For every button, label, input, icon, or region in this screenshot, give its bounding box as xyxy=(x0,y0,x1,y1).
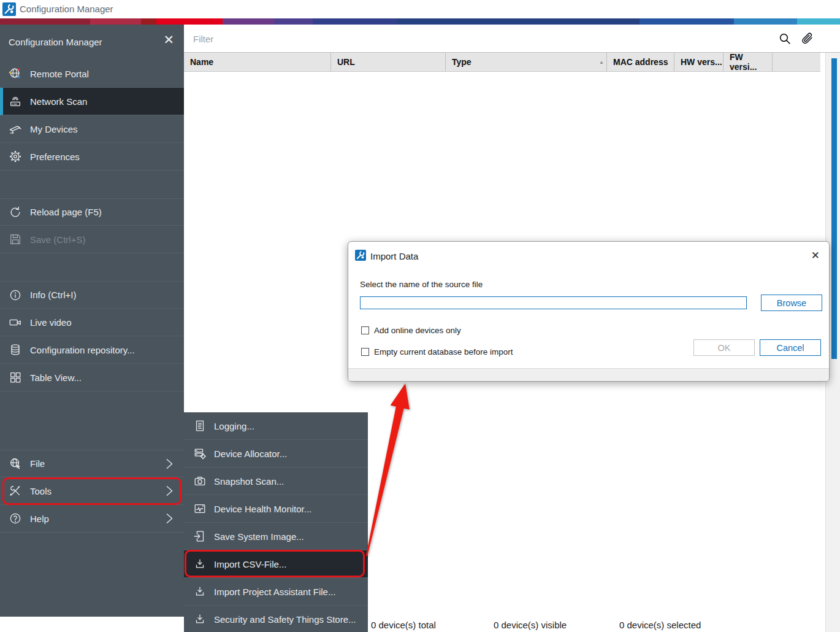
source-file-input[interactable] xyxy=(360,296,747,309)
sidebar-item-label: Info (Ctrl+I) xyxy=(30,290,76,300)
server-gear-icon xyxy=(193,447,207,460)
cancel-button[interactable]: Cancel xyxy=(760,339,821,356)
column-header-name[interactable]: Name xyxy=(184,53,331,71)
menu-item-device-allocator[interactable]: Device Allocator... xyxy=(184,440,368,468)
database-icon xyxy=(9,343,22,356)
tools-context-menu: Logging... Device Allocator... Snapshot … xyxy=(184,412,368,632)
column-header-hw-version[interactable]: HW vers... xyxy=(674,53,724,71)
sidebar-item-file[interactable]: File xyxy=(0,450,184,477)
sidebar-item-help[interactable]: Help xyxy=(0,505,184,533)
browse-button[interactable]: Browse xyxy=(761,295,822,311)
empty-database-checkbox[interactable] xyxy=(361,348,369,356)
checkbox-label: Empty current database before import xyxy=(374,347,513,356)
window-title-bar: Configuration Manager xyxy=(0,0,840,18)
sort-ascending-icon: ▲ xyxy=(599,60,604,65)
table-header-row: Name URL Type ▲ MAC address HW vers... F… xyxy=(184,53,820,72)
gear-icon xyxy=(9,150,22,163)
menu-item-security-safety-things-store[interactable]: Security and Safety Things Store... xyxy=(184,606,368,632)
import-download-icon xyxy=(193,612,207,626)
brand-gradient-stripe xyxy=(0,18,840,25)
status-visible: 0 device(s) visible xyxy=(494,620,567,630)
sidebar-item-live-video[interactable]: Live video xyxy=(0,309,184,336)
tools-icon xyxy=(9,484,22,498)
save-floppy-icon xyxy=(9,233,22,246)
menu-item-label: Security and Safety Things Store... xyxy=(214,614,356,625)
sidebar-item-label: Preferences xyxy=(30,152,80,162)
sidebar-item-label: Help xyxy=(30,514,49,524)
empty-database-checkbox-row: Empty current database before import xyxy=(361,347,513,356)
dialog-app-icon xyxy=(355,250,366,261)
menu-item-import-csv-file[interactable]: Import CSV-File... xyxy=(184,550,368,578)
menu-item-logging[interactable]: Logging... xyxy=(184,412,368,440)
sidebar-item-label: Remote Portal xyxy=(30,69,89,79)
info-icon xyxy=(9,288,22,302)
sidebar-item-save: Save (Ctrl+S) xyxy=(0,226,184,253)
sidebar-spacer xyxy=(0,391,184,450)
sidebar-spacer xyxy=(0,171,184,198)
menu-item-save-system-image[interactable]: Save System Image... xyxy=(184,523,368,550)
chevron-right-icon xyxy=(162,484,176,498)
status-selected: 0 device(s) selected xyxy=(619,620,701,630)
sidebar-item-my-devices[interactable]: My Devices xyxy=(0,115,184,143)
grid-icon xyxy=(9,371,22,384)
filter-input[interactable] xyxy=(193,29,763,48)
vertical-scrollbar-thumb[interactable] xyxy=(831,58,837,359)
sidebar-item-preferences[interactable]: Preferences xyxy=(0,143,184,171)
sidebar: Configuration Manager ✕ Remote Portal Ne… xyxy=(0,25,184,617)
sidebar-item-label: Tools xyxy=(30,486,52,496)
sidebar-item-label: Reload page (F5) xyxy=(30,207,102,217)
menu-item-import-project-assistant-file[interactable]: Import Project Assistant File... xyxy=(184,578,368,606)
sidebar-item-label: File xyxy=(30,458,45,469)
sidebar-item-info[interactable]: Info (Ctrl+I) xyxy=(0,281,184,309)
sidebar-item-configuration-repository[interactable]: Configuration repository... xyxy=(0,336,184,364)
search-icon[interactable] xyxy=(777,31,792,46)
menu-item-snapshot-scan[interactable]: Snapshot Scan... xyxy=(184,468,368,495)
column-header-filler xyxy=(773,53,820,71)
sidebar-item-tools[interactable]: Tools xyxy=(0,477,184,505)
sidebar-item-label: Live video xyxy=(30,317,72,328)
menu-item-label: Save System Image... xyxy=(214,531,304,542)
chevron-right-icon xyxy=(162,457,176,471)
column-header-type[interactable]: Type ▲ xyxy=(446,53,607,71)
menu-item-label: Device Allocator... xyxy=(214,449,287,459)
checkbox-label: Add online devices only xyxy=(374,326,461,335)
globe-icon xyxy=(9,67,22,80)
snapshot-camera-icon xyxy=(193,474,207,488)
sidebar-item-label: Configuration repository... xyxy=(30,345,135,355)
sidebar-item-reload-page[interactable]: Reload page (F5) xyxy=(0,198,184,226)
column-header-mac-address[interactable]: MAC address xyxy=(607,53,674,71)
dialog-footer xyxy=(348,368,829,381)
document-arrow-icon xyxy=(193,530,207,543)
cctv-camera-icon xyxy=(9,122,22,136)
paperclip-icon[interactable] xyxy=(800,31,814,46)
column-header-url[interactable]: URL xyxy=(331,53,446,71)
import-download-icon xyxy=(193,585,207,598)
reload-icon xyxy=(9,206,22,219)
sidebar-item-label: Table View... xyxy=(30,372,82,383)
ok-button[interactable]: OK xyxy=(693,339,755,356)
health-monitor-icon xyxy=(193,502,207,515)
sidebar-item-remote-portal[interactable]: Remote Portal xyxy=(0,60,184,88)
filter-bar xyxy=(184,25,840,53)
dialog-title: Import Data xyxy=(370,251,418,261)
sidebar-item-label: My Devices xyxy=(30,124,78,134)
source-file-label: Select the name of the source file xyxy=(360,280,483,289)
menu-item-label: Import CSV-File... xyxy=(214,559,286,569)
menu-item-device-health-monitor[interactable]: Device Health Monitor... xyxy=(184,495,368,523)
add-online-devices-checkbox[interactable] xyxy=(361,326,369,334)
video-camera-icon xyxy=(9,315,22,329)
sidebar-close-icon[interactable]: ✕ xyxy=(163,33,174,46)
sidebar-item-table-view[interactable]: Table View... xyxy=(0,364,184,391)
sidebar-item-network-scan[interactable]: Network Scan xyxy=(0,88,184,115)
network-scan-icon xyxy=(9,94,22,108)
column-header-fw-version[interactable]: FW versi... xyxy=(724,53,773,71)
add-online-devices-checkbox-row: Add online devices only xyxy=(361,326,461,335)
log-document-icon xyxy=(193,419,207,433)
status-total: 0 device(s) total xyxy=(371,620,436,630)
app-logo-icon xyxy=(2,2,16,16)
sidebar-item-label: Network Scan xyxy=(30,96,87,107)
dialog-close-icon[interactable]: ✕ xyxy=(811,249,820,262)
menu-item-label: Import Project Assistant File... xyxy=(214,587,335,597)
import-download-icon xyxy=(193,557,207,571)
chevron-right-icon xyxy=(162,512,176,525)
